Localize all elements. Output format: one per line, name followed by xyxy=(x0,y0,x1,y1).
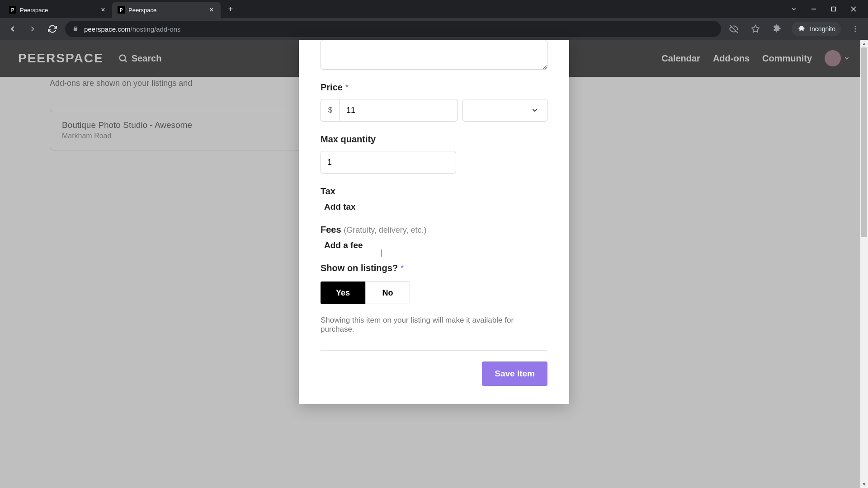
divider xyxy=(321,350,547,351)
price-row: $ xyxy=(321,99,547,122)
tax-label: Tax xyxy=(321,186,547,197)
tab-title: Peerspace xyxy=(128,7,204,14)
show-toggle: Yes No xyxy=(321,282,410,304)
chevron-down-icon xyxy=(531,106,539,114)
tab-title: Peerspace xyxy=(20,7,96,14)
scrollbar[interactable]: ▲ ▼ xyxy=(860,40,868,488)
svg-point-7 xyxy=(855,31,856,32)
svg-point-6 xyxy=(855,28,856,30)
price-input[interactable] xyxy=(340,99,458,122)
incognito-badge[interactable]: Incognito xyxy=(792,22,841,36)
scroll-down-arrow[interactable]: ▼ xyxy=(860,480,868,488)
max-quantity-input[interactable] xyxy=(321,151,456,174)
tab-bar: P Peerspace × P Peerspace × + xyxy=(0,0,868,18)
browser-tab[interactable]: P Peerspace × xyxy=(112,2,221,18)
menu-icon[interactable] xyxy=(848,22,863,36)
scroll-up-arrow[interactable]: ▲ xyxy=(860,40,868,47)
incognito-label: Incognito xyxy=(810,25,835,33)
currency-symbol: $ xyxy=(321,99,340,122)
page-container: PEERSPACE Search Calendar Add-ons Commun… xyxy=(0,40,868,488)
favicon: P xyxy=(9,6,16,14)
window-controls xyxy=(788,4,864,14)
lock-icon xyxy=(72,25,79,33)
max-quantity-label: Max quantity xyxy=(321,134,547,145)
extensions-icon[interactable] xyxy=(770,22,784,36)
price-label: Price * xyxy=(321,82,547,93)
add-tax-link[interactable]: Add tax xyxy=(321,202,356,212)
scrollbar-thumb[interactable] xyxy=(861,47,867,237)
svg-point-5 xyxy=(855,26,856,27)
svg-marker-4 xyxy=(752,25,760,33)
add-fee-link[interactable]: Add a fee xyxy=(321,240,363,250)
browser-tab[interactable]: P Peerspace × xyxy=(4,2,112,18)
url-bar: peerspace.com/hosting/add-ons Incognito xyxy=(0,18,868,40)
addon-modal: Price * $ Max quantity Tax Add tax Fees … xyxy=(299,40,569,404)
url-text: peerspace.com/hosting/add-ons xyxy=(84,25,180,33)
save-item-button[interactable]: Save Item xyxy=(482,361,547,386)
help-text: Showing this item on your listing will m… xyxy=(321,316,547,334)
url-actions: Incognito xyxy=(726,22,863,36)
show-on-listings-label: Show on listings? * xyxy=(321,263,547,273)
fees-label: Fees (Gratuity, delivery, etc.) xyxy=(321,225,547,235)
forward-button[interactable] xyxy=(25,22,40,36)
close-icon[interactable]: × xyxy=(99,6,107,14)
minimize-button[interactable] xyxy=(808,4,819,14)
text-cursor xyxy=(382,249,382,257)
reload-button[interactable] xyxy=(45,22,60,36)
address-bar[interactable]: peerspace.com/hosting/add-ons xyxy=(65,21,721,37)
price-input-wrap: $ xyxy=(321,99,458,122)
new-tab-button[interactable]: + xyxy=(224,3,237,15)
maximize-button[interactable] xyxy=(828,4,839,14)
toggle-no[interactable]: No xyxy=(365,282,410,304)
price-unit-select[interactable] xyxy=(462,99,547,122)
bookmark-icon[interactable] xyxy=(748,22,763,36)
favicon: P xyxy=(118,6,125,14)
toggle-yes[interactable]: Yes xyxy=(321,282,365,304)
svg-rect-1 xyxy=(832,7,836,11)
save-row: Save Item xyxy=(321,361,547,386)
back-button[interactable] xyxy=(5,22,20,36)
close-button[interactable] xyxy=(848,4,859,14)
close-icon[interactable]: × xyxy=(208,6,215,14)
chevron-down-icon[interactable] xyxy=(788,4,799,14)
browser-chrome: P Peerspace × P Peerspace × + xyxy=(0,0,868,40)
description-textarea[interactable] xyxy=(321,40,547,70)
eye-off-icon[interactable] xyxy=(726,22,741,36)
